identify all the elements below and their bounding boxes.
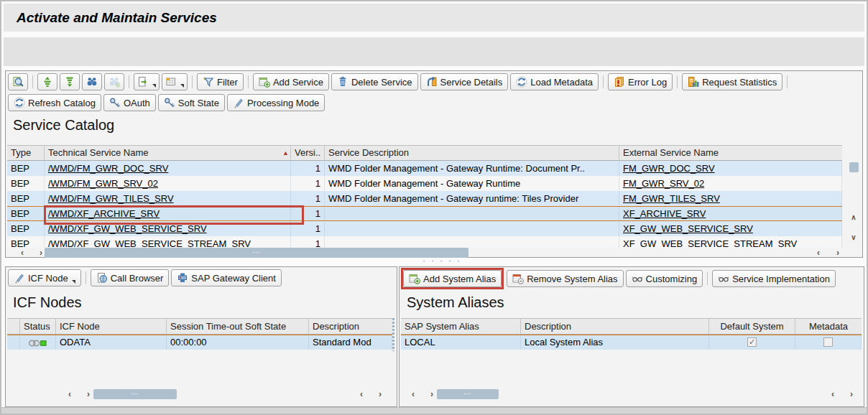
horizontal-scrollbar-thumb[interactable]: ···	[93, 389, 177, 399]
table-row[interactable]: BEP /WMD/FM_GWR_SRV_02 1 WMD Folder Mana…	[7, 176, 842, 191]
call-browser-button-label: Call Browser	[111, 273, 164, 284]
add-service-button[interactable]: Add Service	[253, 73, 329, 90]
processing-mode-button[interactable]: Processing Mode	[227, 94, 325, 111]
annotation-box-add-system-alias: Add System Alias	[401, 268, 504, 289]
layout-button[interactable]	[162, 73, 188, 90]
table-row[interactable]: BEP /WMD/XF_GW_WEB_SERVICE_STREAM_SRV 1 …	[7, 236, 842, 248]
technical-service-link[interactable]: /WMD/FM_GWR_SRV_02	[48, 178, 158, 189]
service-details-button-label: Service Details	[440, 77, 503, 88]
column-header-service-description[interactable]: Service Description	[325, 145, 619, 161]
scroll-right-arrow[interactable]: ›	[844, 389, 859, 399]
soft-state-button[interactable]: Soft State	[158, 94, 225, 111]
technical-service-link[interactable]: /WMD/FM_GWR_TILES_SRV	[48, 193, 174, 204]
error-log-button-label: Error Log	[628, 77, 667, 88]
technical-name-cell: /WMD/XF_GW_WEB_SERVICE_SRV	[45, 221, 291, 236]
external-service-link[interactable]: FM_GWR_DOC_SRV	[623, 163, 715, 174]
refresh-catalog-button[interactable]: Refresh Catalog	[8, 94, 101, 111]
splitter-handle[interactable]: · · · · ·	[423, 255, 461, 266]
oauth-button[interactable]: OAuth	[103, 94, 156, 111]
column-header-technical-service-name[interactable]: Technical Service Name ▲	[45, 145, 291, 161]
sort-descending-icon	[64, 76, 75, 88]
column-header-default-system[interactable]: Default System	[709, 318, 795, 335]
sap-gateway-client-button[interactable]: SAP Gateway Client	[171, 269, 282, 286]
load-metadata-button[interactable]: Load Metadata	[510, 73, 599, 90]
external-service-link[interactable]: XF_GW_WEB_SERVICE_STREAM_SRV	[623, 238, 797, 248]
scroll-up-arrow[interactable]: ∧	[849, 213, 859, 223]
column-header-description[interactable]: Description	[309, 318, 392, 335]
technical-service-link[interactable]: /WMD/XF_ARCHIVE_SRV	[48, 208, 160, 219]
toolbar-separator	[86, 271, 86, 284]
column-header-icf-node[interactable]: ICF Node	[56, 318, 167, 335]
scroll-left-arrow[interactable]: ‹	[825, 389, 841, 399]
statistics-icon	[688, 76, 699, 88]
sort-descending-button[interactable]	[60, 73, 80, 90]
scroll-left-arrow[interactable]: ‹	[405, 389, 421, 399]
icf-node-button[interactable]: ICF Node	[8, 269, 81, 286]
customizing-button[interactable]: Customizing	[626, 270, 703, 287]
service-implementation-button[interactable]: Service Implementation	[712, 270, 836, 287]
find-button[interactable]	[82, 73, 102, 90]
table-row[interactable]: BEP /WMD/FM_GWR_TILES_SRV 1 WMD Folder M…	[7, 191, 842, 206]
sort-ascending-button[interactable]	[37, 73, 57, 90]
table-row-selected[interactable]: BEP /WMD/XF_ARCHIVE_SRV 1 XF_ARCHIVE_SRV	[7, 206, 842, 221]
toolbar-separator	[787, 75, 788, 88]
technical-service-link[interactable]: /WMD/FM_GWR_DOC_SRV	[48, 163, 168, 174]
column-header-external-service-name[interactable]: External Service Name	[619, 145, 842, 161]
technical-service-link[interactable]: /WMD/XF_GW_WEB_SERVICE_SRV	[48, 223, 207, 234]
scroll-left-arrow[interactable]: ‹	[811, 248, 826, 258]
column-header-description[interactable]: Description	[521, 318, 709, 335]
column-header-type[interactable]: Type	[7, 145, 45, 161]
add-system-alias-button[interactable]: Add System Alias	[403, 270, 502, 287]
find-next-button[interactable]	[104, 73, 124, 90]
export-button[interactable]	[134, 73, 160, 90]
request-statistics-button[interactable]: Request Statistics	[682, 73, 782, 90]
horizontal-scrollbar-thumb[interactable]: ···	[437, 389, 499, 399]
scroll-down-arrow[interactable]: ∨	[849, 233, 859, 243]
default-system-checkbox[interactable]: ✓	[747, 337, 757, 347]
icf-toolbar: ICF Node Call Browser SAP Gateway Client	[8, 269, 282, 286]
pencil-icon	[14, 272, 25, 284]
external-name-cell: FM_GWR_DOC_SRV	[619, 161, 842, 176]
row-selector-cell[interactable]	[7, 335, 20, 350]
external-service-link[interactable]: FM_GWR_SRV_02	[623, 178, 704, 189]
table-row-selected[interactable]: ODATA 00:00:00 Standard Mod	[7, 335, 392, 350]
call-browser-button[interactable]: Call Browser	[91, 269, 170, 286]
column-header-status[interactable]: Status	[20, 318, 56, 335]
scroll-right-arrow[interactable]: ›	[830, 248, 846, 258]
error-log-button[interactable]: Error Log	[608, 73, 673, 90]
external-service-link[interactable]: FM_GWR_TILES_SRV	[623, 193, 720, 204]
version-cell: 1	[291, 176, 325, 191]
filter-button[interactable]: Filter	[197, 73, 244, 90]
toolbar-separator	[248, 75, 249, 88]
sort-ascending-indicator-icon: ▲	[282, 149, 289, 157]
column-header-sap-system-alias[interactable]: SAP System Alias	[401, 318, 521, 335]
table-row[interactable]: BEP /WMD/XF_GW_WEB_SERVICE_SRV 1 XF_GW_W…	[7, 221, 842, 236]
delete-service-button[interactable]: Delete Service	[331, 73, 418, 90]
description-cell	[325, 221, 619, 236]
scroll-left-arrow[interactable]: ‹	[354, 389, 369, 399]
external-name-cell: XF_GW_WEB_SERVICE_SRV	[619, 221, 842, 236]
technical-service-link[interactable]: /WMD/XF_GW_WEB_SERVICE_STREAM_SRV	[48, 238, 251, 248]
refresh-display-button[interactable]	[8, 73, 28, 90]
scroll-left-arrow[interactable]: ‹	[14, 248, 30, 258]
icf-node-button-label: ICF Node	[28, 273, 68, 284]
external-service-link[interactable]: XF_GW_WEB_SERVICE_SRV	[623, 223, 753, 234]
horizontal-scrollbar-thumb[interactable]: ···	[45, 248, 468, 258]
metadata-checkbox[interactable]	[823, 337, 833, 347]
service-details-button[interactable]: Service Details	[420, 73, 509, 90]
column-header-session-timeout[interactable]: Session Time-out Soft State	[167, 318, 309, 335]
alias-cell: LOCAL	[401, 335, 521, 350]
remove-system-alias-button[interactable]: Remove System Alias	[507, 270, 623, 287]
column-header-version[interactable]: Versi..	[291, 145, 325, 161]
table-row[interactable]: BEP /WMD/FM_GWR_DOC_SRV 1 WMD Folder Man…	[7, 161, 842, 176]
table-row-selected[interactable]: LOCAL Local System Alias ✓	[401, 335, 862, 350]
vertical-scrollbar-thumb[interactable]	[849, 162, 859, 172]
scroll-left-arrow[interactable]: ‹	[62, 389, 78, 399]
error-log-icon	[614, 76, 625, 88]
scroll-right-arrow[interactable]: ›	[372, 389, 388, 399]
column-header-metadata[interactable]: Metadata	[795, 318, 862, 335]
delete-service-button-label: Delete Service	[351, 77, 412, 88]
mini-vertical-scrollbar[interactable]	[392, 318, 394, 351]
external-service-link[interactable]: XF_ARCHIVE_SRV	[623, 208, 706, 219]
add-service-icon	[259, 76, 270, 88]
